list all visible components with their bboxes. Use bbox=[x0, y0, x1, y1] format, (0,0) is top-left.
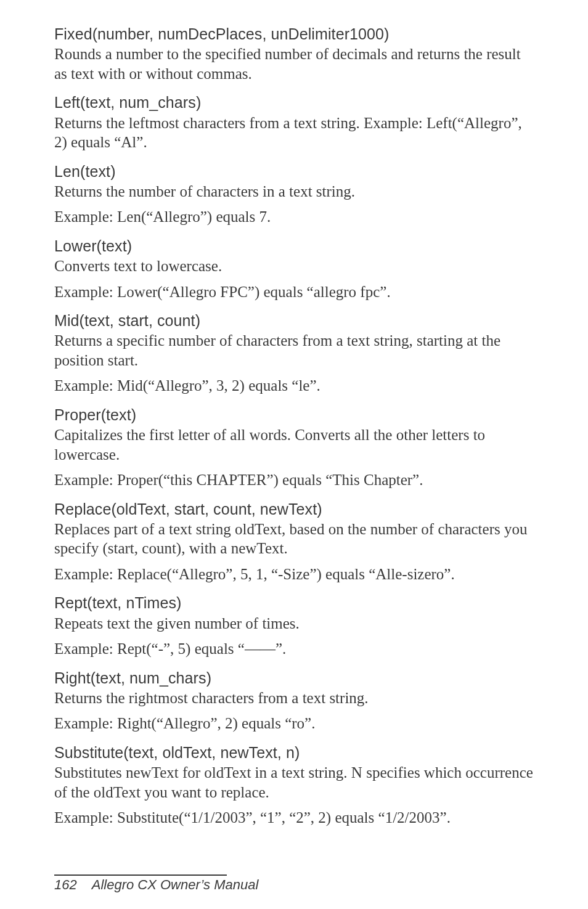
body-paragraph: Rounds a number to the specified number … bbox=[54, 44, 534, 83]
manual-title: Allegro CX Owner’s Manual bbox=[92, 877, 259, 892]
function-section: Mid(text, start, count)Returns a specifi… bbox=[54, 311, 534, 396]
page-footer: 162 Allegro CX Owner’s Manual bbox=[54, 874, 534, 893]
function-heading: Left(text, num_chars) bbox=[54, 93, 534, 112]
body-paragraph: Returns the number of characters in a te… bbox=[54, 182, 534, 202]
body-paragraph: Capitalizes the first letter of all word… bbox=[54, 425, 534, 464]
body-paragraph: Example: Rept(“-”, 5) equals “——”. bbox=[54, 639, 534, 659]
body-paragraph: Example: Proper(“this CHAPTER”) equals “… bbox=[54, 470, 534, 490]
function-heading: Proper(text) bbox=[54, 406, 534, 425]
body-paragraph: Replaces part of a text string oldText, … bbox=[54, 520, 534, 558]
page: Fixed(number, numDecPlaces, unDelimiter1… bbox=[0, 0, 588, 909]
body-paragraph: Repeats text the given number of times. bbox=[54, 614, 534, 634]
body-paragraph: Example: Right(“Allegro”, 2) equals “ro”… bbox=[54, 714, 534, 733]
function-heading: Substitute(text, oldText, newText, n) bbox=[54, 743, 534, 762]
function-heading: Mid(text, start, count) bbox=[54, 311, 534, 330]
body-paragraph: Returns the rightmost characters from a … bbox=[54, 688, 534, 708]
body-paragraph: Example: Replace(“Allegro”, 5, 1, “-Size… bbox=[54, 565, 534, 584]
function-section: Fixed(number, numDecPlaces, unDelimiter1… bbox=[54, 25, 534, 83]
body-paragraph: Example: Len(“Allegro”) equals 7. bbox=[54, 207, 534, 227]
body-paragraph: Returns a specific number of characters … bbox=[54, 331, 534, 370]
body-paragraph: Example: Substitute(“1/1/2003”, “1”, “2”… bbox=[54, 808, 534, 828]
body-paragraph: Converts text to lowercase. bbox=[54, 256, 534, 276]
content: Fixed(number, numDecPlaces, unDelimiter1… bbox=[54, 25, 534, 828]
body-paragraph: Returns the leftmost characters from a t… bbox=[54, 113, 534, 152]
body-paragraph: Example: Mid(“Allegro”, 3, 2) equals “le… bbox=[54, 376, 534, 396]
function-heading: Replace(oldText, start, count, newText) bbox=[54, 500, 534, 519]
page-number: 162 bbox=[54, 877, 77, 893]
function-section: Lower(text)Converts text to lowercase.Ex… bbox=[54, 237, 534, 301]
body-paragraph: Example: Lower(“Allegro FPC”) equals “al… bbox=[54, 282, 534, 302]
function-heading: Rept(text, nTimes) bbox=[54, 593, 534, 613]
function-section: Right(text, num_chars)Returns the rightm… bbox=[54, 669, 534, 733]
function-heading: Lower(text) bbox=[54, 237, 534, 256]
function-section: Len(text)Returns the number of character… bbox=[54, 162, 534, 227]
function-heading: Len(text) bbox=[54, 162, 534, 181]
function-heading: Fixed(number, numDecPlaces, unDelimiter1… bbox=[54, 25, 534, 44]
function-heading: Right(text, num_chars) bbox=[54, 669, 534, 688]
body-paragraph: Substitutes newText for oldText in a tex… bbox=[54, 763, 534, 802]
function-section: Proper(text)Capitalizes the first letter… bbox=[54, 406, 534, 490]
function-section: Replace(oldText, start, count, newText)R… bbox=[54, 500, 534, 584]
function-section: Substitute(text, oldText, newText, n)Sub… bbox=[54, 743, 534, 828]
function-section: Left(text, num_chars)Returns the leftmos… bbox=[54, 93, 534, 152]
function-section: Rept(text, nTimes)Repeats text the given… bbox=[54, 593, 534, 658]
footer-rule bbox=[54, 874, 227, 876]
